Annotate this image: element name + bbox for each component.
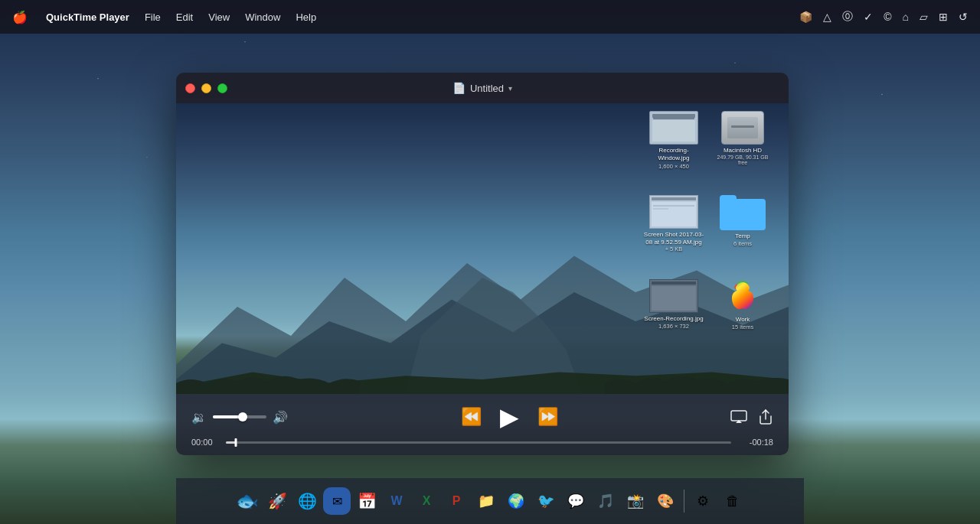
progress-bar-row: 00:00 -00:18: [191, 438, 773, 447]
dock-sketch[interactable]: 🎨: [652, 487, 679, 515]
fast-forward-button[interactable]: ⏩: [537, 407, 558, 427]
window-title: Untitled: [470, 83, 504, 94]
airplay-button[interactable]: [730, 410, 747, 424]
controls-top-row: 🔉 🔊 ⏪ ▶ ⏩: [191, 402, 773, 431]
menubar-right: 📦 △ ⓪ ✓ © ⌂ ▱ ⊞ ↺: [799, 10, 968, 24]
work-folder-sublabel: 15 items: [712, 324, 773, 330]
menu-view[interactable]: View: [208, 11, 230, 23]
temp-folder-thumbnail: [720, 195, 766, 230]
grid-icon[interactable]: ⊞: [939, 11, 948, 23]
screenshot-sublabel: + 5 KB: [643, 246, 704, 252]
volume-slider[interactable]: [213, 415, 266, 418]
share-icon: [758, 408, 773, 425]
svg-rect-0: [731, 411, 746, 421]
menubar: 🍎 QuickTime Player File Edit View Window…: [0, 0, 980, 34]
video-area[interactable]: Recording-Window.jpg 1,600 × 450 Macinto…: [176, 103, 789, 394]
dock-calendar[interactable]: 📅: [353, 487, 381, 515]
dock-trash[interactable]: 🗑: [719, 487, 746, 515]
temp-folder-sublabel: 6 items: [712, 240, 773, 247]
temp-folder-label: Temp: [712, 233, 773, 240]
share-button[interactable]: [758, 408, 773, 425]
document-icon: 📄: [452, 82, 466, 94]
dock-finder[interactable]: 🐟: [234, 487, 261, 515]
traffic-lights: [185, 83, 227, 93]
minimize-button[interactable]: [201, 83, 211, 93]
recording-window-label: Recording-Window.jpg: [643, 147, 704, 163]
volume-controls: 🔉 🔊: [191, 410, 288, 425]
play-button[interactable]: ▶: [500, 402, 519, 431]
desktop-icons-area: Recording-Window.jpg 1,600 × 450 Macinto…: [635, 103, 789, 394]
menu-file[interactable]: File: [145, 11, 161, 23]
airplay-menu-icon[interactable]: ▱: [920, 11, 928, 23]
time-current: 00:00: [191, 438, 218, 447]
screenshot-thumbnail: [649, 195, 698, 229]
dropbox-icon[interactable]: 📦: [799, 11, 812, 23]
time-remaining: -00:18: [739, 438, 773, 447]
close-button[interactable]: [185, 83, 195, 93]
dock-finder2[interactable]: 📁: [472, 487, 500, 515]
title-center: 📄 Untitled ▾: [452, 82, 512, 94]
quicktime-window: 📄 Untitled ▾: [176, 73, 789, 455]
menu-window[interactable]: Window: [245, 11, 280, 23]
dock-safari[interactable]: 🌐: [293, 487, 321, 515]
airplay-icon: [730, 410, 747, 424]
playback-controls: ⏪ ▶ ⏩: [461, 402, 558, 431]
desktop-icon-temp[interactable]: Temp 6 items: [712, 195, 773, 247]
dock-powerpoint[interactable]: P: [443, 487, 470, 515]
screen-recording-label: Screen-Recording.jpg: [643, 315, 704, 323]
macintosh-hd-thumbnail: [721, 111, 764, 145]
work-folder-label: Work: [712, 316, 773, 324]
desktop-icon-screenshot[interactable]: Screen Shot 2017-03-08 at 9.52.59 AM.jpg…: [643, 195, 704, 252]
dock: 🐟 🚀 🌐 ✉ 📅 W X P 📁 🌍 🐦 💬 🎵 📸 🎨 ⚙ 🗑: [176, 478, 804, 524]
work-folder-thumbnail: [720, 279, 766, 314]
volume-high-icon: 🔊: [273, 410, 288, 425]
google-drive-icon[interactable]: △: [823, 11, 831, 23]
right-controls: [730, 408, 773, 425]
desktop-icon-recording-window[interactable]: Recording-Window.jpg 1,600 × 450: [643, 111, 704, 170]
screen-recording-sublabel: 1,636 × 732: [643, 323, 704, 330]
time-machine-icon[interactable]: ↺: [959, 11, 968, 23]
desktop-icon-macintosh-hd[interactable]: Macintosh HD 249.79 GB, 90.31 GB free: [712, 111, 773, 165]
recording-window-thumbnail: [649, 111, 698, 145]
app-name-menu[interactable]: QuickTime Player: [46, 11, 129, 23]
menu-help[interactable]: Help: [296, 11, 316, 23]
dock-photos[interactable]: 📸: [622, 487, 649, 515]
menubar-left: 🍎 QuickTime Player File Edit View Window…: [12, 10, 316, 24]
clipboard-icon[interactable]: ©: [884, 11, 891, 23]
dock-divider: [684, 490, 684, 513]
recording-window-sublabel: 1,600 × 450: [643, 163, 704, 170]
rewind-button[interactable]: ⏪: [461, 407, 482, 427]
progress-thumb: [235, 438, 237, 447]
home-icon[interactable]: ⌂: [903, 11, 909, 23]
macintosh-hd-label: Macintosh HD: [712, 147, 773, 155]
dock-launchpad[interactable]: 🚀: [263, 487, 291, 515]
controls-bar: 🔉 🔊 ⏪ ▶ ⏩: [176, 394, 789, 455]
checkmark-icon[interactable]: ✓: [864, 11, 873, 23]
volume-knob[interactable]: [238, 412, 247, 421]
dock-browser[interactable]: 🌍: [502, 487, 530, 515]
title-chevron-icon[interactable]: ▾: [508, 84, 512, 93]
screenshot-label: Screen Shot 2017-03-08 at 9.52.59 AM.jpg: [643, 231, 704, 246]
dock-spotify[interactable]: 🎵: [592, 487, 619, 515]
maximize-button[interactable]: [217, 83, 227, 93]
progress-track[interactable]: [226, 441, 731, 444]
desktop-icon-work[interactable]: Work 15 items: [712, 279, 773, 330]
volume-low-icon[interactable]: 🔉: [191, 410, 207, 425]
dock-twitter[interactable]: 🐦: [532, 487, 560, 515]
apple-menu-icon[interactable]: 🍎: [12, 10, 28, 24]
dock-mail[interactable]: ✉: [323, 487, 351, 515]
dock-system-prefs[interactable]: ⚙: [689, 487, 717, 515]
desktop-icon-screen-recording[interactable]: Screen-Recording.jpg 1,636 × 732: [643, 279, 704, 330]
dock-word[interactable]: W: [383, 487, 410, 515]
menu-edit[interactable]: Edit: [176, 11, 193, 23]
screen-recording-thumbnail: [649, 279, 698, 313]
titlebar: 📄 Untitled ▾: [176, 73, 789, 103]
dock-excel[interactable]: X: [413, 487, 440, 515]
macintosh-hd-sublabel: 249.79 GB, 90.31 GB free: [712, 155, 773, 165]
1password-icon[interactable]: ⓪: [842, 10, 853, 24]
dock-messages[interactable]: 💬: [562, 487, 590, 515]
